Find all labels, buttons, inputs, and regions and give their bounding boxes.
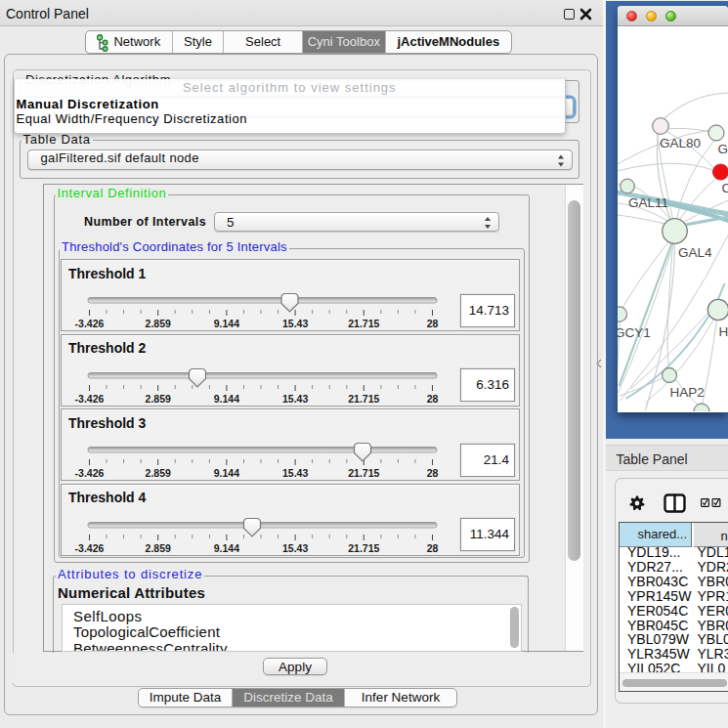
svg-text:HAP2: HAP2 <box>669 385 704 400</box>
svg-text:C: C <box>721 181 728 195</box>
svg-text:GCY1: GCY1 <box>618 325 651 340</box>
svg-text:GAL11: GAL11 <box>628 195 668 210</box>
svg-text:H: H <box>718 324 728 339</box>
svg-text:G..: G.. <box>717 142 728 156</box>
svg-text:GAL80: GAL80 <box>660 136 701 150</box>
svg-text:GAL4: GAL4 <box>678 245 712 260</box>
